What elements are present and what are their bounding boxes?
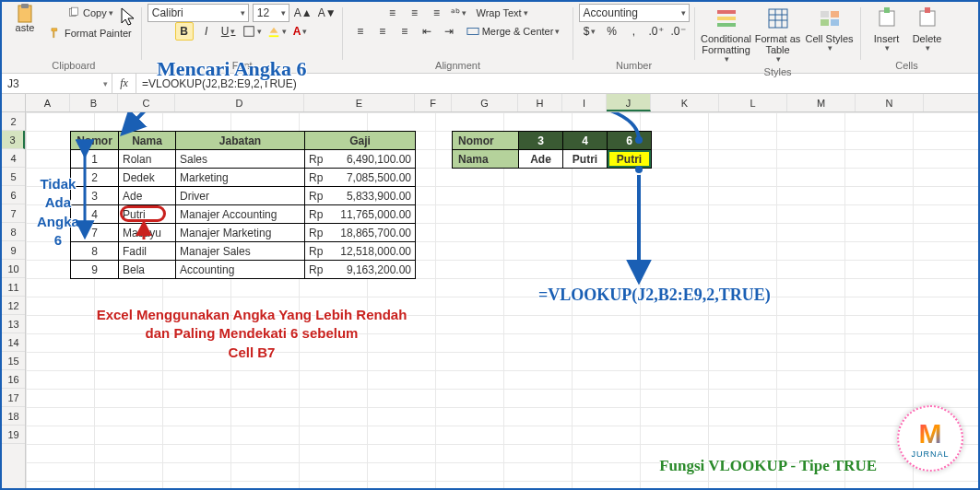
align-left-button[interactable]: ≡ [351,22,370,41]
svg-rect-20 [884,7,890,13]
increase-decimal-button[interactable]: .0⁺ [647,22,666,41]
col-header-B[interactable]: B [70,94,118,111]
conditional-formatting-button[interactable]: Conditional Formatting [701,4,752,66]
svg-rect-7 [717,10,736,14]
row-header-16[interactable]: 16 [2,370,25,389]
worksheet[interactable]: ABCDEFGHIJKLMN 2345678910111213141516171… [2,94,978,488]
align-center-button[interactable]: ≡ [373,22,392,41]
fx-icon[interactable]: fx [112,74,136,93]
decrease-font-button[interactable]: A▼ [317,4,337,22]
orientation-button[interactable]: ᵃᵇ [449,4,467,22]
cell-styles-button[interactable]: Cell Styles [804,4,856,66]
row-header-10[interactable]: 10 [2,260,25,278]
col-header-D[interactable]: D [175,94,304,111]
col-header-H[interactable]: H [518,94,562,111]
svg-rect-8 [717,17,736,20]
group-label: Styles [764,66,792,79]
borders-button[interactable] [242,22,263,41]
col-header-G[interactable]: G [452,94,518,111]
col-header-C[interactable]: C [118,94,175,111]
bold-button[interactable]: B [175,22,194,41]
circle-annotation [120,205,166,222]
align-middle-button[interactable]: ≡ [405,4,423,22]
row-header-6[interactable]: 6 [2,186,25,204]
row-header-5[interactable]: 5 [2,168,25,186]
fill-color-button[interactable] [266,22,288,41]
underline-button[interactable]: U [219,22,238,41]
row-header-4[interactable]: 4 [2,149,25,168]
ribbon-group-cells: Insert Delete Cells [861,4,953,73]
increase-indent-button[interactable]: ⇥ [440,22,458,41]
decrease-indent-button[interactable]: ⇤ [418,22,436,41]
align-bottom-button[interactable]: ≡ [427,4,445,22]
col-header-M[interactable]: M [787,94,856,111]
row-header-11[interactable]: 11 [2,278,25,297]
increase-font-button[interactable]: A▲ [293,4,313,22]
select-all-corner[interactable] [2,94,26,112]
row-headers[interactable]: 2345678910111213141516171819 [2,112,26,488]
excel-window: aste Copy Format Painter Clipboard [0,0,980,490]
svg-rect-15 [821,11,829,18]
format-painter-button[interactable]: Format Painter [44,24,136,42]
lookup-table: Nomor346NamaAdePutriPutri [452,131,652,169]
group-label: Number [616,60,652,73]
comma-button[interactable]: , [625,22,643,41]
group-label: Font [232,60,253,73]
column-headers[interactable]: ABCDEFGHIJKLMN [26,94,978,112]
cells-area[interactable]: NomorNamaJabatanGaji1RolanSalesRp6,490,1… [26,112,978,488]
col-header-K[interactable]: K [651,94,719,111]
number-format-select[interactable]: Accounting [579,4,690,22]
col-header-J[interactable]: J [607,94,651,111]
row-header-12[interactable]: 12 [2,297,25,315]
col-header-E[interactable]: E [304,94,415,111]
row-header-2[interactable]: 2 [2,112,25,131]
logo-letter: M [919,418,942,449]
col-header-F[interactable]: F [415,94,452,111]
paste-label: aste [16,22,35,33]
ribbon-group-number: Accounting $ % , .0⁺ .0⁻ Number [573,4,695,73]
row-header-13[interactable]: 13 [2,315,25,333]
align-right-button[interactable]: ≡ [396,22,414,41]
formula-bar: J3 fx =VLOOKUP(J2,B2:E9,2,TRUE) [2,74,978,94]
decrease-decimal-button[interactable]: .0⁻ [669,22,688,41]
row-header-18[interactable]: 18 [2,407,25,426]
formula-input[interactable]: =VLOOKUP(J2,B2:E9,2,TRUE) [136,77,978,90]
group-label: Clipboard [52,60,95,73]
row-header-19[interactable]: 19 [2,426,25,444]
row-header-9[interactable]: 9 [2,241,25,260]
svg-rect-19 [880,11,894,26]
svg-rect-9 [717,23,736,27]
format-as-table-button[interactable]: Format as Table [752,4,804,66]
percent-button[interactable]: % [603,22,621,41]
row-header-15[interactable]: 15 [2,352,25,370]
accounting-format-button[interactable]: $ [581,22,599,41]
align-top-button[interactable]: ≡ [383,4,401,22]
svg-rect-3 [72,7,78,15]
row-header-17[interactable]: 17 [2,389,25,407]
logo-text: JURNAL [911,449,949,459]
svg-rect-5 [268,35,278,37]
svg-rect-6 [467,29,478,35]
italic-button[interactable]: I [197,22,216,41]
row-header-7[interactable]: 7 [2,204,25,223]
paste-button[interactable]: aste [11,4,39,42]
font-color-button[interactable]: A [291,22,310,41]
font-size-select[interactable]: 12 [253,4,289,22]
col-header-A[interactable]: A [26,94,70,111]
row-header-8[interactable]: 8 [2,223,25,241]
name-box[interactable]: J3 [2,74,112,93]
wrap-text-button[interactable]: Wrap Text [471,4,532,22]
delete-button[interactable]: Delete [907,4,948,55]
col-header-L[interactable]: L [719,94,787,111]
col-header-I[interactable]: I [562,94,607,111]
ribbon-group-alignment: ≡ ≡ ≡ ᵃᵇ Wrap Text ≡ ≡ ≡ ⇤ ⇥ Merge & Cen… [343,4,573,73]
svg-rect-1 [21,4,29,8]
col-header-N[interactable]: N [856,94,924,111]
row-header-3[interactable]: 3 [2,131,25,149]
merge-center-button[interactable]: Merge & Center [462,22,565,41]
copy-button[interactable]: Copy [44,4,136,22]
insert-button[interactable]: Insert [867,4,907,55]
font-name-select[interactable]: Calibri [148,4,249,22]
row-header-14[interactable]: 14 [2,333,25,352]
svg-rect-21 [920,11,935,26]
